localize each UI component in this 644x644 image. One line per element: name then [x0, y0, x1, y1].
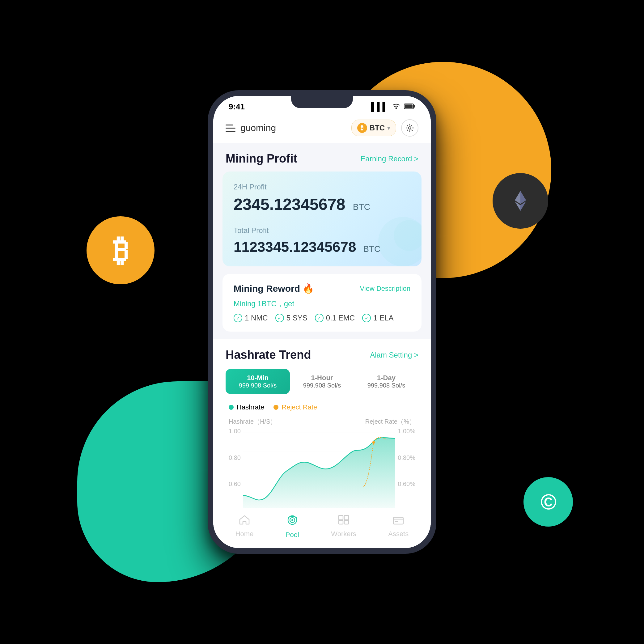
reward-header: Mining Reword 🔥 View Description — [234, 283, 410, 294]
chart-right-axis-title: Reject Rate（%） — [365, 417, 415, 426]
tab-1hour[interactable]: 1-Hour 999.908 Sol/s — [290, 369, 354, 394]
svg-rect-21 — [339, 520, 343, 524]
svg-marker-1 — [520, 191, 526, 204]
eth-icon — [508, 189, 533, 213]
svg-point-8 — [409, 127, 411, 129]
view-description-link[interactable]: View Description — [360, 285, 410, 293]
nav-home-label: Home — [235, 530, 254, 538]
check-emc-icon: ✓ — [315, 314, 324, 322]
btc-badge-icon: ₿ — [357, 123, 367, 133]
svg-rect-23 — [393, 517, 403, 524]
reject-rate-dot — [273, 405, 278, 410]
btc-circle-decoration: ₿ — [87, 216, 155, 284]
reward-items: ✓ 1 NMC ✓ 5 SYS ✓ 0.1 EMC ✓ — [234, 314, 410, 322]
reward-item-ela: ✓ 1 ELA — [362, 314, 393, 322]
nav-workers[interactable]: Workers — [331, 515, 356, 539]
workers-icon — [338, 515, 349, 527]
legend-reject-rate: Reject Rate — [273, 403, 317, 411]
profit-24h-label: 24H Profit — [234, 183, 410, 191]
nav-pool-label: Pool — [286, 531, 299, 539]
hamburger-menu-icon[interactable] — [226, 125, 235, 132]
tab-10min[interactable]: 10-Min 999.908 Sol/s — [226, 369, 290, 394]
legend-hashrate: Hashrate — [229, 403, 264, 411]
header-left: guoming — [226, 123, 276, 133]
nav-assets[interactable]: Assets — [388, 515, 409, 539]
app-header: guoming ₿ BTC ▾ — [213, 115, 431, 143]
username-label: guoming — [240, 123, 276, 133]
chart-legend: Hashrate Reject Rate — [226, 403, 418, 411]
battery-icon — [404, 102, 415, 112]
bottom-navigation: Home Pool — [213, 508, 431, 548]
chart-left-axis-title: Hashrate（H/S） — [229, 417, 277, 426]
profit-card-decoration — [366, 211, 422, 266]
check-sys-icon: ✓ — [275, 314, 284, 322]
home-icon — [239, 515, 250, 527]
svg-rect-22 — [344, 520, 349, 524]
chart-main — [243, 428, 395, 515]
hashrate-section: Hashrate Trend Alam Setting > 10-Min 999… — [213, 339, 431, 522]
svg-point-4 — [396, 108, 397, 109]
chart-container: Hashrate（H/S） Reject Rate（%） 1.00 0.80 0… — [226, 417, 418, 515]
status-icons: ▌▌▌ — [371, 102, 415, 112]
notch — [291, 96, 353, 108]
phone-wrapper: 9:41 ▌▌▌ — [208, 90, 436, 554]
phone-outer: 9:41 ▌▌▌ — [208, 90, 436, 554]
reward-nmc-label: 1 NMC — [245, 314, 268, 322]
pool-icon — [286, 515, 299, 528]
svg-rect-20 — [344, 515, 349, 520]
reward-subtitle: Mining 1BTC，get — [234, 299, 410, 309]
hashrate-header: Hashrate Trend Alam Setting > — [226, 348, 418, 362]
y-axis-right: 1.00% 0.80% 0.60% 0.40% — [395, 428, 415, 514]
phone-screen: 9:41 ▌▌▌ — [213, 96, 431, 548]
reward-emc-label: 0.1 EMC — [326, 314, 355, 322]
hashrate-chart — [243, 428, 395, 514]
svg-rect-19 — [339, 515, 343, 520]
svg-rect-24 — [395, 521, 398, 522]
btc-selector[interactable]: ₿ BTC ▾ — [351, 120, 396, 136]
y-axis-left: 1.00 0.80 0.60 0.40 — [229, 428, 243, 514]
signal-icon: ▌▌▌ — [371, 102, 388, 112]
green-c-circle-decoration: © — [523, 477, 573, 527]
earning-record-link[interactable]: Earning Record > — [361, 155, 418, 163]
hashrate-dot — [229, 405, 234, 410]
profit-card: 24H Profit 2345.12345678 BTC Total Profi… — [222, 172, 422, 266]
check-ela-icon: ✓ — [362, 314, 371, 322]
reward-item-sys: ✓ 5 SYS — [275, 314, 307, 322]
reward-item-nmc: ✓ 1 NMC — [234, 314, 268, 322]
settings-button[interactable] — [401, 119, 418, 137]
mining-profit-section-header: Mining Profit Earning Record > — [213, 143, 431, 172]
chart-row: 1.00 0.80 0.60 0.40 — [229, 428, 415, 515]
nav-assets-label: Assets — [388, 530, 409, 538]
assets-icon — [393, 515, 404, 527]
wifi-icon — [392, 102, 400, 112]
alarm-setting-link[interactable]: Alam Setting > — [370, 351, 418, 359]
mining-reward-section: Mining Reword 🔥 View Description Mining … — [222, 274, 422, 332]
hashrate-title: Hashrate Trend — [226, 348, 311, 362]
nav-pool[interactable]: Pool — [286, 515, 299, 539]
check-nmc-icon: ✓ — [234, 314, 242, 322]
svg-rect-7 — [405, 104, 413, 108]
hashrate-legend-label: Hashrate — [237, 403, 264, 411]
reward-title: Mining Reword 🔥 — [234, 283, 314, 294]
btc-label: BTC — [370, 124, 385, 132]
reject-rate-legend-label: Reject Rate — [282, 403, 317, 411]
nav-workers-label: Workers — [331, 530, 356, 538]
reward-sys-label: 5 SYS — [286, 314, 307, 322]
reward-item-emc: ✓ 0.1 EMC — [315, 314, 355, 322]
status-time: 9:41 — [229, 102, 245, 112]
time-tabs: 10-Min 999.908 Sol/s 1-Hour 999.908 Sol/… — [226, 369, 418, 394]
header-right: ₿ BTC ▾ — [351, 119, 418, 137]
tab-1day[interactable]: 1-Day 999.908 Sol/s — [354, 369, 418, 394]
nav-home[interactable]: Home — [235, 515, 254, 539]
mining-profit-title: Mining Profit — [226, 152, 297, 165]
svg-rect-6 — [413, 105, 415, 108]
scrollable-content[interactable]: Mining Profit Earning Record > 24H Profi… — [213, 143, 431, 536]
svg-point-18 — [291, 519, 293, 521]
reward-ela-label: 1 ELA — [373, 314, 393, 322]
btc-chevron-icon: ▾ — [387, 124, 390, 132]
eth-circle-decoration — [493, 173, 548, 229]
